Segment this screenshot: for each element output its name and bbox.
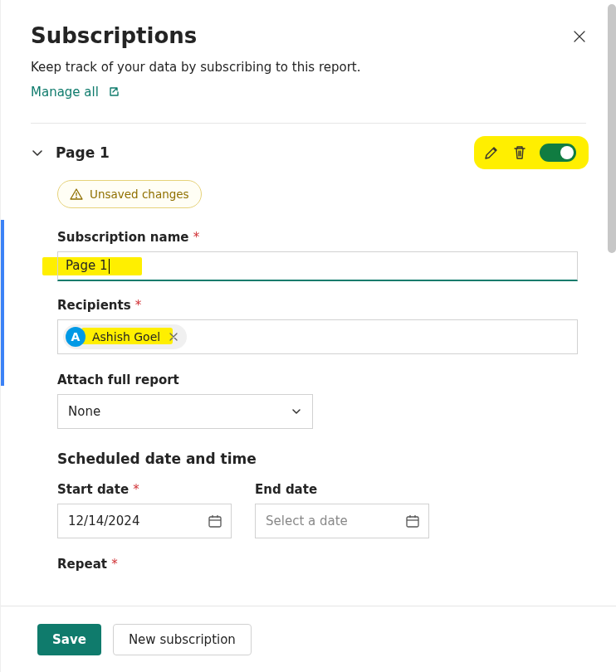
left-accent-bar	[1, 220, 4, 386]
repeat-label: Repeat *	[57, 557, 578, 572]
panel-subtitle: Keep track of your data by subscribing t…	[31, 60, 586, 75]
svg-rect-6	[407, 517, 418, 527]
subscription-name-input[interactable]	[57, 251, 578, 281]
chevron-down-icon	[291, 406, 302, 417]
start-date-value: 12/14/2024	[68, 514, 139, 528]
enable-toggle[interactable]	[540, 144, 576, 162]
unsaved-label: Unsaved changes	[90, 187, 189, 201]
start-date-label: Start date *	[57, 482, 232, 497]
unsaved-changes-badge: Unsaved changes	[57, 180, 202, 208]
avatar: A	[66, 327, 86, 347]
end-date-input[interactable]: Select a date	[255, 504, 429, 538]
chevron-down-icon	[31, 146, 44, 159]
save-button[interactable]: Save	[37, 624, 101, 655]
svg-point-1	[76, 197, 77, 198]
recipient-name: Ashish Goel	[92, 330, 160, 343]
attach-report-select[interactable]: None	[57, 394, 313, 429]
recipient-chip: A Ashish Goel	[63, 324, 187, 349]
scheduled-section-title: Scheduled date and time	[57, 450, 578, 467]
close-icon[interactable]	[570, 27, 589, 46]
subscriptions-panel: Subscriptions Keep track of your data by…	[0, 0, 616, 672]
subscription-name-label: Subscription name *	[57, 230, 578, 245]
end-date-label: End date	[255, 482, 429, 497]
attach-report-value: None	[68, 404, 100, 419]
svg-rect-2	[209, 517, 221, 527]
attach-report-label: Attach full report	[57, 373, 578, 387]
section-title: Page 1	[56, 144, 110, 161]
footer: Save New subscription	[1, 606, 616, 672]
external-link-icon[interactable]	[107, 85, 120, 99]
recipients-label: Recipients *	[57, 298, 578, 313]
start-date-input[interactable]: 12/14/2024	[57, 504, 232, 538]
section-actions	[477, 139, 586, 167]
manage-all-link[interactable]: Manage all	[31, 85, 99, 100]
edit-icon[interactable]	[483, 144, 500, 161]
delete-icon[interactable]	[511, 144, 528, 161]
calendar-icon	[208, 514, 222, 528]
section-toggle-row[interactable]: Page 1	[31, 144, 110, 161]
recipients-input[interactable]: A Ashish Goel	[57, 319, 578, 354]
new-subscription-button[interactable]: New subscription	[113, 624, 252, 655]
scrollbar[interactable]	[608, 4, 616, 253]
remove-recipient-icon[interactable]	[167, 332, 180, 342]
panel-title: Subscriptions	[31, 23, 197, 48]
divider	[31, 123, 586, 124]
calendar-icon	[405, 514, 420, 528]
warning-icon	[70, 187, 83, 201]
end-date-placeholder: Select a date	[266, 514, 348, 528]
